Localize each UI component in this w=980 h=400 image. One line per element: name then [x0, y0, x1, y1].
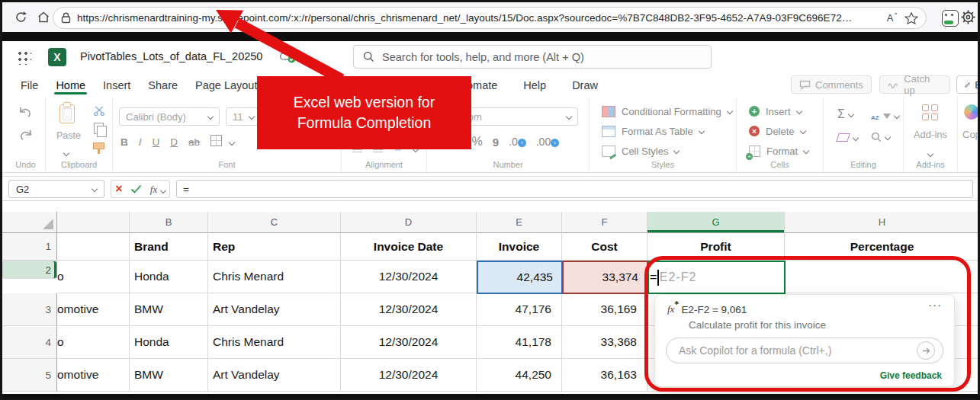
cell-e4[interactable]: 41,178	[477, 326, 562, 359]
cell-b1[interactable]: Brand	[130, 233, 208, 261]
format-painter-icon[interactable]	[93, 142, 104, 149]
paste-button[interactable]	[59, 104, 75, 123]
font-more-chevron-icon[interactable]	[229, 139, 235, 145]
undo-icon[interactable]	[18, 106, 33, 119]
browser-extension-icon[interactable]	[942, 10, 959, 27]
cell-a1[interactable]	[57, 233, 130, 261]
copy-icon[interactable]	[94, 123, 104, 134]
bold-button[interactable]: B	[120, 136, 128, 148]
tab-insert[interactable]: Insert	[101, 79, 132, 91]
cell-d3[interactable]: 12/30/2024	[341, 293, 477, 326]
delete-cells-button[interactable]: × Delete	[737, 121, 823, 141]
file-menu-chevron-icon[interactable]	[310, 53, 316, 67]
cell-a3[interactable]: omotive	[57, 293, 130, 326]
cell-e3[interactable]: 47,176	[477, 293, 562, 326]
underline-button[interactable]: U	[153, 136, 160, 148]
cell-styles-button[interactable]: Cell Styles	[590, 141, 736, 161]
cell-f1[interactable]: Cost	[562, 233, 647, 261]
font-name-select[interactable]: Calibri (Body)	[119, 107, 220, 126]
col-header-c[interactable]: C	[208, 212, 341, 233]
active-cell-g2-editor[interactable]: = E2-F2	[647, 261, 786, 294]
copilot-prompt-input[interactable]	[677, 344, 917, 357]
row-header-4[interactable]: 4	[2, 326, 57, 359]
row-header-5[interactable]: 5	[2, 359, 57, 392]
double-underline-button[interactable]: D	[170, 136, 178, 148]
autosum-button[interactable]: Σ	[837, 107, 853, 121]
app-launcher-waffle-icon[interactable]	[16, 50, 31, 65]
add-ins-icon[interactable]	[922, 104, 939, 121]
add-ins-chevron-icon[interactable]	[928, 146, 933, 159]
refresh-icon[interactable]	[11, 8, 31, 27]
tab-file[interactable]: File	[19, 79, 40, 91]
search-box[interactable]: Search for tools, help, and more (Alt + …	[353, 45, 712, 69]
font-size-select[interactable]: 11	[226, 107, 261, 126]
row-header-3[interactable]: 3	[2, 293, 57, 326]
cell-b4[interactable]: Honda	[130, 326, 208, 359]
cell-a2[interactable]: o	[57, 261, 130, 293]
tab-share[interactable]: Share	[146, 79, 179, 91]
catch-up-button[interactable]: Catch up	[879, 75, 950, 94]
row-header-2[interactable]: 2	[2, 261, 57, 279]
cancel-entry-button[interactable]: ×	[115, 182, 122, 196]
formula-input[interactable]: =	[176, 180, 973, 198]
comments-button[interactable]: Comments	[791, 75, 872, 94]
excel-logo-icon[interactable]: X	[48, 48, 66, 66]
cell-d4[interactable]: 12/30/2024	[341, 326, 477, 359]
redo-icon[interactable]	[18, 129, 33, 142]
formula-suggestion-row[interactable]: fx E2-F2 = 9,061	[667, 303, 747, 315]
borders-button[interactable]	[210, 135, 222, 149]
sort-filter-button[interactable]: AZ	[871, 109, 899, 123]
cell-c1[interactable]: Rep	[208, 233, 341, 261]
file-name[interactable]: PivotTables_Lots_of_data_FL_20250	[80, 50, 262, 62]
cell-c5[interactable]: Art Vandelay	[208, 359, 341, 392]
more-options-icon[interactable]: ···	[928, 298, 942, 311]
conditional-formatting-button[interactable]: Conditional Formatting	[590, 101, 736, 121]
decrease-decimal-button[interactable]: .0‹	[509, 136, 526, 148]
cell-b3[interactable]: BMW	[130, 293, 208, 326]
cell-f3[interactable]: 36,169	[562, 293, 647, 326]
tab-help[interactable]: Help	[522, 79, 548, 91]
add-ins-button[interactable]: Add-ins	[904, 129, 957, 140]
home-icon[interactable]	[34, 8, 53, 27]
copilot-prompt-field[interactable]	[666, 338, 943, 363]
paste-label[interactable]: Paste	[52, 130, 85, 141]
autosave-cloud-icon[interactable]	[278, 49, 298, 64]
cell-h2[interactable]	[785, 261, 980, 293]
format-cells-button[interactable]: Format	[737, 141, 823, 161]
address-bar[interactable]: https://chrismenardtraining-my.sharepoin…	[53, 7, 927, 29]
name-box[interactable]: G2	[8, 180, 104, 198]
cell-d5[interactable]: 12/30/2024	[341, 359, 477, 392]
clear-button[interactable]	[837, 133, 858, 142]
cell-a4[interactable]: o	[57, 326, 130, 359]
cell-c4[interactable]: Chris Menard	[208, 326, 341, 359]
send-arrow-icon[interactable]	[917, 341, 935, 360]
cell-c3[interactable]: Art Vandelay	[208, 293, 341, 326]
paste-dropdown-chevron-icon[interactable]	[64, 145, 69, 158]
cell-d2[interactable]: 12/30/2024	[341, 261, 477, 293]
cell-a5[interactable]: omotive	[57, 359, 130, 392]
italic-button[interactable]: I	[139, 136, 142, 148]
read-aloud-icon[interactable]: A⌃	[887, 12, 898, 24]
select-all-corner[interactable]	[2, 212, 57, 233]
cell-e1[interactable]: Invoice	[477, 233, 562, 261]
col-header-f[interactable]: F	[562, 212, 647, 233]
col-header-e[interactable]: E	[477, 212, 562, 233]
cell-b2[interactable]: Honda	[130, 261, 208, 293]
cell-e5[interactable]: 44,250	[477, 359, 562, 392]
give-feedback-link[interactable]: Give feedback	[880, 370, 942, 381]
copilot-button[interactable]: Copil	[962, 129, 980, 140]
comma-format-button[interactable]: 9	[493, 136, 499, 149]
tab-draw[interactable]: Draw	[570, 79, 599, 91]
editing-mode-button[interactable]: E	[956, 75, 980, 94]
col-header-d[interactable]: D	[341, 212, 477, 233]
copilot-logo-icon[interactable]	[964, 104, 979, 120]
increase-decimal-button[interactable]: .00›	[536, 136, 559, 148]
cell-d1[interactable]: Invoice Date	[341, 233, 477, 261]
col-header-b[interactable]: B	[130, 212, 208, 233]
insert-cells-button[interactable]: + Insert	[737, 101, 823, 121]
favorite-star-icon[interactable]	[904, 11, 918, 25]
enter-check-button[interactable]	[130, 184, 142, 194]
cell-h1[interactable]: Percentage	[785, 233, 980, 261]
find-select-button[interactable]	[871, 132, 890, 142]
format-as-table-button[interactable]: Format As Table	[590, 121, 736, 141]
